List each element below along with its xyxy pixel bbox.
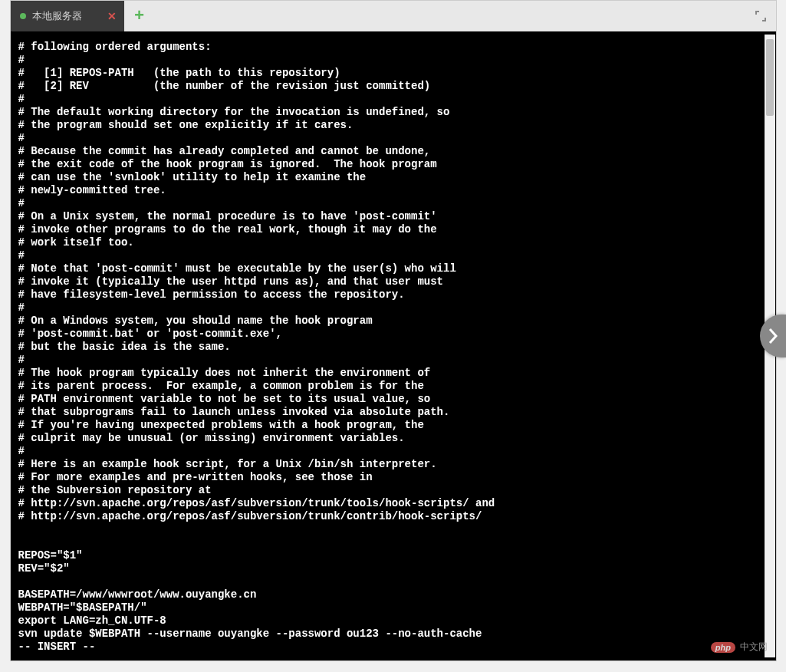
scrollbar-thumb[interactable] bbox=[766, 39, 774, 116]
status-dot-icon bbox=[20, 13, 26, 19]
terminal-text: # following ordered arguments: # # [1] R… bbox=[18, 41, 495, 640]
watermark: php 中文网 bbox=[711, 641, 768, 654]
terminal-content[interactable]: # following ordered arguments: # # [1] R… bbox=[11, 31, 776, 660]
plus-icon: + bbox=[134, 7, 144, 26]
add-tab-button[interactable]: + bbox=[124, 1, 155, 31]
tab-bar: 本地服务器 ✕ + bbox=[11, 1, 776, 31]
vim-mode-line: -- INSERT -- bbox=[18, 641, 96, 653]
tab-local-server[interactable]: 本地服务器 ✕ bbox=[11, 1, 124, 31]
tab-title: 本地服务器 bbox=[32, 9, 82, 23]
fullscreen-icon[interactable] bbox=[755, 10, 767, 22]
watermark-text: 中文网 bbox=[740, 641, 768, 654]
watermark-badge: php bbox=[711, 642, 735, 653]
close-icon[interactable]: ✕ bbox=[107, 10, 117, 22]
terminal-window: 本地服务器 ✕ + # following ordered arguments:… bbox=[10, 0, 777, 661]
chevron-right-icon bbox=[768, 328, 778, 344]
